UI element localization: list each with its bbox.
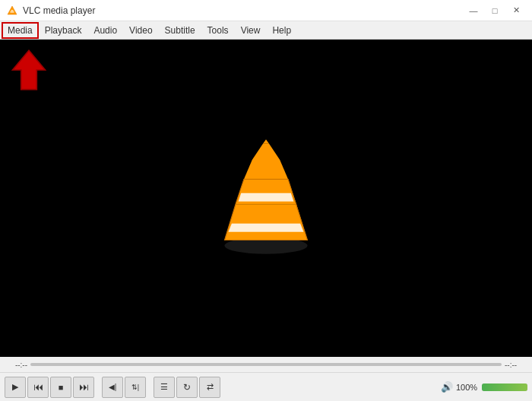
seek-bar[interactable] (30, 363, 502, 366)
play-button[interactable]: ▶ (5, 377, 26, 398)
menu-tools[interactable]: Tools (201, 22, 235, 39)
volume-area: 🔊 100% (441, 381, 527, 393)
menu-bar: Media Playback Audio Video Subtitle Tool… (0, 21, 532, 40)
close-button[interactable]: ✕ (506, 3, 526, 18)
maximize-button[interactable]: □ (485, 3, 505, 18)
svg-marker-12 (263, 139, 268, 143)
menu-playback[interactable]: Playback (39, 22, 88, 39)
next-button[interactable]: ⏭ (73, 377, 94, 398)
svg-marker-8 (252, 143, 280, 160)
transport-controls: ▶ ⏮ ■ ⏭ (5, 377, 94, 398)
volume-icon: 🔊 (441, 381, 453, 393)
frame-controls: ◀| ⇅| (102, 377, 146, 398)
svg-marker-10 (239, 193, 294, 201)
menu-view[interactable]: View (235, 22, 267, 39)
svg-marker-5 (224, 204, 307, 240)
menu-subtitle[interactable]: Subtitle (159, 22, 201, 39)
title-bar: VLC media player — □ ✕ (0, 0, 532, 21)
volume-label: 100% (456, 383, 479, 392)
menu-help[interactable]: Help (266, 22, 297, 39)
vlc-cone-logo (205, 138, 327, 259)
svg-marker-7 (244, 160, 288, 179)
svg-rect-1 (11, 11, 14, 13)
time-total: --:-- (505, 361, 527, 369)
time-elapsed: --:-- (5, 361, 27, 369)
vlc-app-icon (6, 5, 18, 17)
arrow-annotation (6, 47, 52, 93)
prev-button[interactable]: ⏮ (27, 377, 49, 398)
minimize-button[interactable]: — (464, 3, 483, 18)
volume-fill (482, 383, 527, 391)
svg-marker-3 (13, 50, 46, 89)
extended-settings-button[interactable]: ⇅| (125, 377, 146, 398)
random-button[interactable]: ⇄ (199, 377, 220, 398)
playlist-controls: ☰ ↻ ⇄ (154, 377, 220, 398)
frame-back-button[interactable]: ◀| (102, 377, 123, 398)
menu-video[interactable]: Video (123, 22, 158, 39)
svg-marker-9 (229, 223, 304, 231)
svg-rect-2 (11, 10, 14, 11)
app-title: VLC media player (23, 5, 95, 16)
volume-slider[interactable] (482, 383, 527, 391)
loop-button[interactable]: ↻ (176, 377, 198, 398)
controls-bar: ▶ ⏮ ■ ⏭ ◀| ⇅| ☰ ↻ ⇄ 🔊 100% (0, 372, 532, 401)
video-area (0, 40, 532, 357)
menu-media[interactable]: Media (2, 22, 39, 39)
menu-audio[interactable]: Audio (87, 22, 123, 39)
progress-row: --:-- --:-- (0, 357, 532, 372)
playlist-button[interactable]: ☰ (154, 377, 175, 398)
stop-button[interactable]: ■ (50, 377, 71, 398)
